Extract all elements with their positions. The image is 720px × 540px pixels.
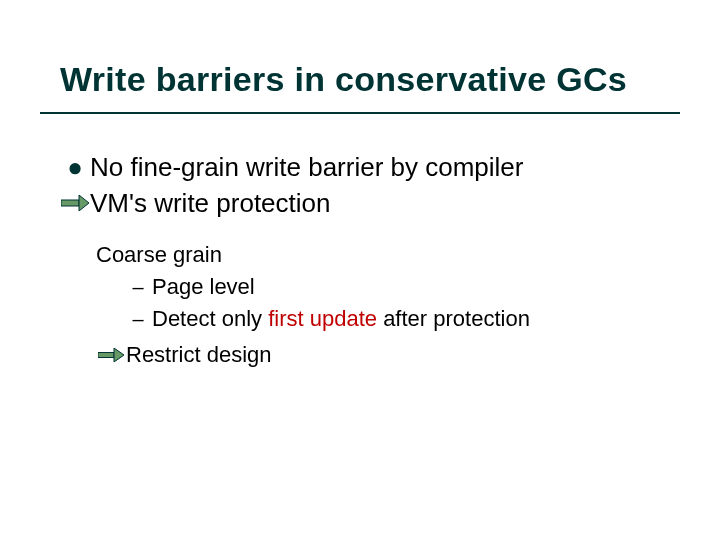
arrow-line-1: VM's write protection bbox=[60, 186, 660, 220]
arrow-text: Restrict design bbox=[126, 340, 272, 370]
arrow-icon bbox=[96, 340, 126, 370]
sub-text: Coarse grain bbox=[96, 240, 222, 270]
highlight-text: first update bbox=[268, 306, 377, 331]
dash-line-1: – Page level bbox=[60, 272, 660, 302]
arrow-line-2: Restrict design bbox=[60, 340, 660, 370]
slide-title: Write barriers in conservative GCs bbox=[60, 60, 627, 99]
text-part: after protection bbox=[377, 306, 530, 331]
svg-rect-2 bbox=[98, 353, 114, 358]
text-part: Detect only bbox=[152, 306, 268, 331]
svg-marker-3 bbox=[114, 348, 124, 362]
dash-icon: – bbox=[124, 304, 152, 334]
spacer bbox=[60, 222, 660, 240]
dash-text: Page level bbox=[152, 272, 255, 302]
svg-marker-1 bbox=[79, 195, 89, 211]
dash-icon: – bbox=[124, 272, 152, 302]
slide-content: ● No fine-grain write barrier by compile… bbox=[60, 150, 660, 372]
arrow-icon bbox=[60, 186, 90, 220]
dash-line-2: – Detect only first update after protect… bbox=[60, 304, 660, 334]
sub-line-1: Coarse grain bbox=[60, 240, 660, 270]
bullet-dot-icon: ● bbox=[60, 150, 90, 184]
dash-text: Detect only first update after protectio… bbox=[152, 304, 530, 334]
bullet-line-1: ● No fine-grain write barrier by compile… bbox=[60, 150, 660, 184]
svg-rect-0 bbox=[61, 200, 79, 206]
title-underline bbox=[40, 112, 680, 114]
arrow-text: VM's write protection bbox=[90, 186, 331, 220]
bullet-text: No fine-grain write barrier by compiler bbox=[90, 150, 523, 184]
slide: Write barriers in conservative GCs ● No … bbox=[0, 0, 720, 540]
